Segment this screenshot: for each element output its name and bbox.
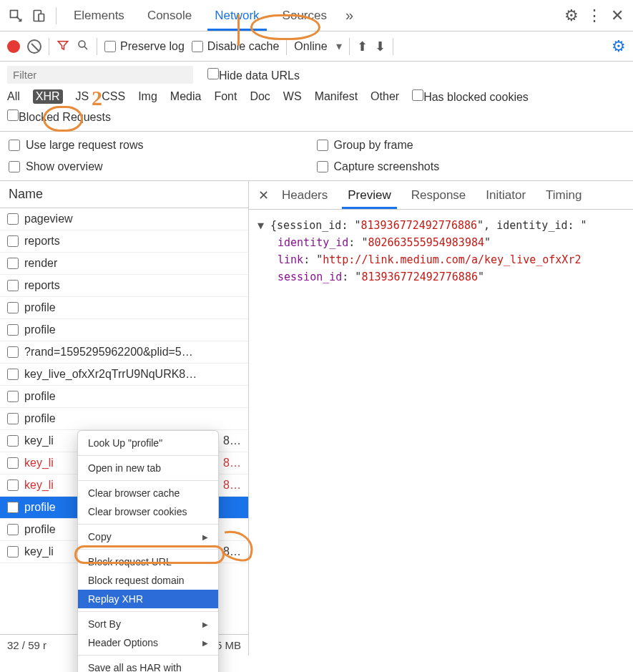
request-name: key_li <box>24 434 54 447</box>
preserve-log-label: Preserve log <box>120 40 185 53</box>
filter-type-img[interactable]: Img <box>138 90 157 103</box>
status-size: 5 MB <box>216 639 241 651</box>
filter-type-ws[interactable]: WS <box>283 90 302 103</box>
large-rows-checkbox[interactable]: Use large request rows <box>9 139 317 152</box>
capture-screenshots-checkbox[interactable]: Capture screenshots <box>317 160 625 173</box>
filter-type-other[interactable]: Other <box>371 90 399 103</box>
ctx-sort-by[interactable]: Sort By <box>78 615 218 633</box>
tab-elements[interactable]: Elements <box>64 1 134 30</box>
large-rows-label: Use large request rows <box>26 139 144 152</box>
tab-initiator[interactable]: Initiator <box>476 182 536 208</box>
divider <box>78 549 218 550</box>
ctx-save-har[interactable]: Save all as HAR with content <box>78 658 218 672</box>
request-name: key_li <box>24 457 54 469</box>
ctx-header-options[interactable]: Header Options <box>78 633 218 652</box>
close-devtools-icon[interactable]: ✕ <box>607 6 627 26</box>
preview-identity-line: identity_id: "802663555954983984" <box>257 234 624 251</box>
has-blocked-cookies-label: Has blocked cookies <box>423 91 529 103</box>
request-name: profile <box>24 501 56 514</box>
divider <box>49 38 49 55</box>
preserve-log-checkbox[interactable]: Preserve log <box>104 40 185 53</box>
tab-console[interactable]: Console <box>137 1 202 30</box>
export-har-icon[interactable]: ⬇ <box>375 39 386 54</box>
tab-sources[interactable]: Sources <box>273 1 337 30</box>
filter-type-js[interactable]: JS <box>76 90 89 103</box>
filter-type-media[interactable]: Media <box>170 90 202 103</box>
preview-session-line: session_id: "813936772492776886" <box>257 268 624 286</box>
ctx-block-domain[interactable]: Block request domain <box>78 571 218 590</box>
filter-type-manifest[interactable]: Manifest <box>315 90 358 103</box>
tab-headers[interactable]: Headers <box>272 182 338 208</box>
group-by-frame-label: Group by frame <box>334 139 413 152</box>
divider <box>78 524 218 525</box>
name-column-header[interactable]: Name <box>0 181 248 208</box>
hide-data-urls-checkbox[interactable]: Hide data URLs <box>207 68 300 82</box>
request-row[interactable]: reports <box>0 230 248 253</box>
expand-triangle-icon[interactable]: ▼ <box>257 219 270 232</box>
request-row[interactable]: profile <box>0 408 248 430</box>
blocked-requests-checkbox[interactable]: Blocked Requests <box>7 109 111 124</box>
divider <box>349 38 350 55</box>
network-options-row: Use large request rows Show overview Gro… <box>0 132 633 181</box>
divider <box>78 480 218 481</box>
request-tail: 8… <box>223 545 241 558</box>
filter-type-css[interactable]: CSS <box>102 90 125 103</box>
filter-input[interactable] <box>7 66 193 84</box>
preview-content[interactable]: ▼ {session_id: "813936772492776886", ide… <box>249 210 633 656</box>
tab-timing[interactable]: Timing <box>536 182 592 208</box>
network-settings-icon[interactable]: ⚙ <box>612 37 626 56</box>
ctx-open-new-tab[interactable]: Open in new tab <box>78 459 218 477</box>
throttling-select[interactable]: Online <box>294 40 342 52</box>
filter-type-font[interactable]: Font <box>214 90 237 103</box>
request-name: profile <box>24 323 56 336</box>
settings-gear-icon[interactable]: ⚙ <box>561 6 582 26</box>
divider <box>286 38 287 55</box>
group-by-frame-checkbox[interactable]: Group by frame <box>317 139 625 152</box>
request-name: ?rand=1595295962200&plid=5… <box>24 346 193 359</box>
inspect-element-icon[interactable] <box>6 6 26 26</box>
ctx-copy[interactable]: Copy <box>78 527 218 546</box>
ctx-block-url[interactable]: Block request URL <box>78 552 218 571</box>
request-row[interactable]: profile <box>0 386 248 408</box>
device-toggle-icon[interactable] <box>29 6 49 26</box>
request-row[interactable]: render <box>0 253 248 275</box>
svg-point-3 <box>79 41 85 47</box>
request-row[interactable]: key_live_ofxXr2qTrrU9NqURK8… <box>0 364 248 386</box>
has-blocked-cookies-checkbox[interactable]: Has blocked cookies <box>412 89 529 104</box>
close-detail-icon[interactable]: ✕ <box>255 188 272 203</box>
import-har-icon[interactable]: ⬆ <box>357 39 368 54</box>
record-button[interactable] <box>7 40 20 53</box>
filter-type-doc[interactable]: Doc <box>250 90 270 103</box>
show-overview-checkbox[interactable]: Show overview <box>9 160 317 173</box>
search-icon[interactable] <box>77 39 89 54</box>
ctx-lookup[interactable]: Look Up "profile" <box>78 434 218 452</box>
request-row[interactable]: ?rand=1595295962200&plid=5… <box>0 341 248 364</box>
request-name: profile <box>24 301 56 314</box>
divider <box>78 455 218 456</box>
clear-button[interactable] <box>27 39 41 54</box>
request-name: profile <box>24 523 56 536</box>
ctx-clear-cookies[interactable]: Clear browser cookies <box>78 502 218 521</box>
devtools-tabbar: Elements Console Network Sources » ⚙ ⋮ ✕ <box>0 0 633 31</box>
tab-response[interactable]: Response <box>401 182 476 208</box>
ctx-clear-cache[interactable]: Clear browser cache <box>78 484 218 502</box>
status-count: 32 / 59 r <box>7 639 46 651</box>
network-filter-bar: Hide data URLs All XHR JS CSS Img Media … <box>0 62 633 132</box>
disable-cache-checkbox[interactable]: Disable cache <box>192 40 280 53</box>
request-row[interactable]: profile <box>0 319 248 341</box>
tab-network[interactable]: Network <box>205 1 269 30</box>
request-row[interactable]: pageview <box>0 208 248 230</box>
request-name: reports <box>24 279 60 292</box>
filter-toggle-icon[interactable] <box>57 39 69 54</box>
tabs-overflow-icon[interactable]: » <box>340 7 359 24</box>
filter-type-all[interactable]: All <box>7 90 20 103</box>
filter-type-xhr[interactable]: XHR <box>33 89 63 104</box>
show-overview-label: Show overview <box>26 160 103 173</box>
ctx-replay-xhr[interactable]: Replay XHR <box>78 590 218 608</box>
divider <box>78 655 218 656</box>
request-row[interactable]: reports <box>0 275 248 297</box>
kebab-menu-icon[interactable]: ⋮ <box>584 6 604 26</box>
request-row[interactable]: profile <box>0 297 248 319</box>
request-name: profile <box>24 412 56 425</box>
tab-preview[interactable]: Preview <box>338 182 401 208</box>
